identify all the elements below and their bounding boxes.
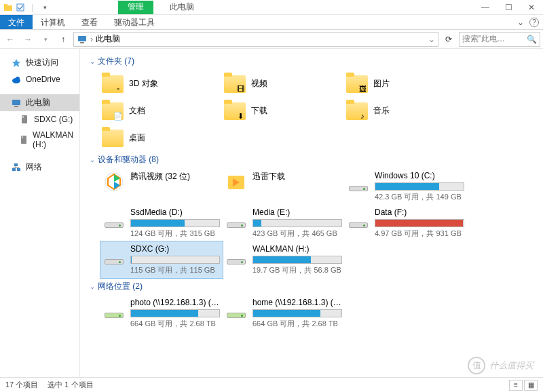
folder-item-0[interactable]: ▫3D 对象 [100, 70, 223, 97]
svg-rect-8 [12, 100, 20, 105]
folder-item-1[interactable]: 🎞视频 [223, 70, 345, 97]
folder-icon: ♪ [346, 100, 368, 121]
drive-item-6[interactable]: SDXC (G:)115 GB 可用，共 115 GB [100, 241, 223, 278]
window-controls: — ☐ ✕ [474, 0, 543, 15]
recent-dropdown-icon[interactable]: ▾ [38, 32, 53, 47]
back-button[interactable]: ← [3, 32, 18, 47]
pc-icon [11, 98, 22, 109]
group-header-label: 设备和驱动器 (8) [98, 154, 159, 165]
details-view-button[interactable]: ≡ [509, 380, 523, 391]
tab-computer[interactable]: 计算机 [33, 15, 73, 29]
drive-label: 迅雷下载 [252, 171, 342, 182]
folder-item-6[interactable]: 桌面 [100, 124, 223, 151]
svg-rect-14 [12, 168, 16, 171]
sidebar-item-1[interactable]: OneDrive [0, 71, 79, 87]
sidebar-item-3[interactable]: SDXC (G:) [0, 111, 79, 128]
status-item-count: 17 个项目 [5, 380, 38, 390]
help-icon[interactable]: ? [529, 18, 539, 27]
qat-divider: | [27, 2, 38, 13]
drive-item-2[interactable]: Windows 10 (C:)42.3 GB 可用，共 149 GB [345, 168, 467, 205]
drive-icon [225, 208, 247, 229]
contextual-tab-manage[interactable]: 管理 [118, 1, 153, 14]
network-drive-icon [225, 298, 247, 319]
content-pane[interactable]: ⌄文件夹 (7)▫3D 对象🎞视频🖼图片📄文档⬇下载♪音乐桌面⌄设备和驱动器 (… [80, 49, 543, 377]
drive-item-1[interactable]: 迅雷下载 [223, 168, 345, 205]
qat-dropdown-icon[interactable]: ▾ [39, 2, 50, 13]
drive-label: 腾讯视频 (32 位) [130, 171, 220, 182]
network-item-1[interactable]: home (\\192.168.1.3) (Z:)664 GB 可用，共 2.6… [223, 295, 345, 332]
svg-marker-5 [12, 59, 20, 67]
star-icon [11, 58, 22, 68]
breadcrumb-location[interactable]: 此电脑 [96, 33, 120, 45]
group-header-drives[interactable]: ⌄设备和驱动器 (8) [81, 151, 538, 168]
network-grid: photo (\\192.168.1.3) (Y:)664 GB 可用，共 2.… [81, 295, 538, 332]
capacity-bar [130, 219, 220, 227]
tab-view[interactable]: 查看 [73, 15, 106, 29]
drive-icon [225, 244, 247, 266]
drive-item-3[interactable]: SsdMedia (D:)124 GB 可用，共 315 GB [100, 205, 223, 241]
folder-icon: ▫ [102, 73, 124, 94]
folder-label: 文档 [129, 105, 145, 117]
sidebar-item-5[interactable]: 网络 [0, 159, 79, 176]
search-input[interactable]: 搜索"此电... 🔍 [459, 32, 540, 47]
network-item-0[interactable]: photo (\\192.168.1.3) (Y:)664 GB 可用，共 2.… [100, 295, 223, 332]
breadcrumb-sep-icon[interactable]: › [90, 35, 93, 44]
group-header-folders[interactable]: ⌄文件夹 (7) [81, 53, 538, 70]
drive-label: WALKMAN (H:) [252, 244, 342, 254]
pc-icon [77, 34, 88, 45]
address-dropdown-icon[interactable]: ⌄ [428, 35, 435, 44]
maximize-button[interactable]: ☐ [497, 0, 520, 15]
folder-label: 图片 [373, 78, 390, 90]
expand-ribbon-icon[interactable]: ⌄ [517, 18, 524, 27]
drives-grid: 腾讯视频 (32 位)迅雷下载Windows 10 (C:)42.3 GB 可用… [81, 168, 538, 278]
refresh-button[interactable]: ⟳ [441, 32, 456, 47]
checkbox-icon[interactable] [15, 2, 26, 13]
folder-item-5[interactable]: ♪音乐 [345, 97, 467, 124]
drive-item-7[interactable]: WALKMAN (H:)19.7 GB 可用，共 56.8 GB [223, 241, 345, 278]
drive-item-5[interactable]: Data (F:)4.97 GB 可用，共 931 GB [345, 205, 467, 241]
folders-grid: ▫3D 对象🎞视频🖼图片📄文档⬇下载♪音乐桌面 [81, 70, 538, 151]
drive-label: Data (F:) [375, 208, 464, 217]
svg-rect-16 [14, 163, 18, 166]
folder-icon: 🖼 [346, 73, 368, 94]
group-header-network[interactable]: ⌄网络位置 (2) [81, 278, 538, 295]
drive-sublabel: 124 GB 可用，共 315 GB [130, 229, 220, 239]
title-bar: | ▾ 管理 此电脑 — ☐ ✕ [0, 0, 543, 15]
navigation-pane: 快速访问OneDrive此电脑SDXC (G:)WALKMAN (H:)网络 [0, 49, 80, 377]
folder-item-3[interactable]: 📄文档 [100, 97, 223, 124]
capacity-bar [375, 219, 464, 227]
drive-sublabel: 42.3 GB 可用，共 149 GB [375, 192, 464, 202]
search-placeholder: 搜索"此电... [462, 33, 504, 45]
tiles-view-button[interactable]: ▦ [524, 380, 538, 391]
tab-drive-tools[interactable]: 驱动器工具 [106, 15, 163, 29]
svg-rect-4 [80, 42, 84, 43]
cloud-icon [11, 74, 22, 85]
svg-rect-13 [22, 136, 23, 138]
folder-item-2[interactable]: 🖼图片 [345, 70, 467, 97]
close-button[interactable]: ✕ [520, 0, 543, 15]
chevron-down-icon: ⌄ [90, 283, 95, 290]
folder-label: 3D 对象 [129, 78, 158, 90]
sidebar-item-2[interactable]: 此电脑 [0, 94, 79, 111]
address-bar[interactable]: › 此电脑 ⌄ [73, 32, 438, 47]
minimize-button[interactable]: — [474, 0, 497, 15]
sidebar-item-0[interactable]: 快速访问 [0, 54, 79, 71]
navigation-bar: ← → ▾ ↑ › 此电脑 ⌄ ⟳ 搜索"此电... 🔍 [0, 30, 543, 49]
drive-item-0[interactable]: 腾讯视频 (32 位) [100, 168, 223, 205]
tab-file[interactable]: 文件 [0, 15, 33, 29]
drive-label: Media (E:) [252, 208, 342, 217]
folder-label: 音乐 [373, 105, 390, 117]
forward-button[interactable]: → [20, 32, 35, 47]
folder-item-4[interactable]: ⬇下载 [223, 97, 345, 124]
folder-label: 视频 [251, 78, 267, 90]
drive-item-4[interactable]: Media (E:)423 GB 可用，共 465 GB [223, 205, 345, 241]
folder-icon [3, 2, 14, 13]
chevron-down-icon: ⌄ [90, 156, 95, 163]
svg-rect-1 [4, 4, 7, 6]
sidebar-item-4[interactable]: WALKMAN (H:) [0, 128, 79, 152]
app-icon [103, 171, 125, 193]
drive-label: SDXC (G:) [130, 244, 220, 254]
drive-icon [103, 208, 125, 229]
up-button[interactable]: ↑ [56, 32, 71, 47]
quick-access-toolbar: | ▾ [0, 1, 53, 14]
